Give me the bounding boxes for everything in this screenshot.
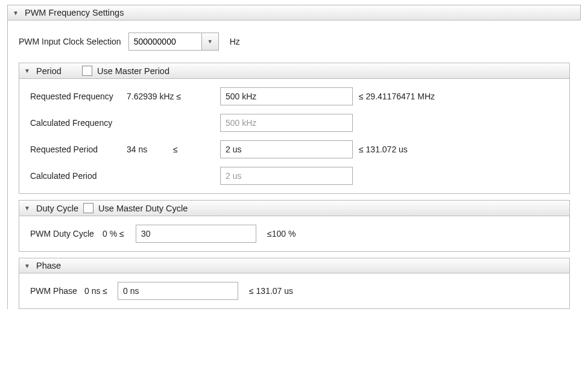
- phase-max: ≤ 131.07 us: [238, 286, 293, 296]
- requested-frequency-label: Requested Frequency: [30, 92, 127, 101]
- use-master-duty-label: Use Master Duty Cycle: [98, 204, 188, 213]
- calculated-period-label: Calculated Period: [30, 171, 127, 181]
- requested-period-input[interactable]: [220, 140, 353, 158]
- caret-down-icon: ▼: [207, 39, 213, 45]
- panel-header-phase[interactable]: ▼ Phase: [19, 258, 569, 273]
- caret-down-icon: ▼: [24, 67, 31, 74]
- requested-frequency-max: ≤ 29.41176471 MHz: [353, 92, 435, 101]
- phase-label: PWM Phase: [30, 286, 84, 296]
- duty-cycle-label: PWM Duty Cycle: [30, 229, 103, 239]
- use-master-duty-checkbox[interactable]: [83, 203, 93, 213]
- use-master-period-label: Use Master Period: [97, 66, 169, 76]
- requested-period-min: 34 ns ≤: [127, 145, 220, 154]
- requested-period-max: ≤ 131.072 us: [353, 145, 408, 154]
- caret-down-icon: ▼: [24, 205, 31, 211]
- input-clock-combo[interactable]: ▼: [128, 33, 219, 51]
- input-clock-dropdown-button[interactable]: ▼: [201, 33, 218, 50]
- duty-cycle-max: ≤100 %: [256, 229, 296, 239]
- panel-header-main[interactable]: ▼ PWM Frequency Settings: [8, 5, 581, 20]
- duty-cycle-min: 0 % ≤: [103, 229, 136, 239]
- pwm-frequency-settings-panel: ▼ PWM Frequency Settings PWM Input Clock…: [7, 5, 581, 309]
- duty-cycle-input[interactable]: [136, 225, 256, 243]
- panel-header-period[interactable]: ▼ Period Use Master Period: [19, 63, 569, 79]
- requested-frequency-min: 7.62939 kHz ≤: [127, 92, 220, 101]
- calculated-frequency-output: [220, 114, 353, 132]
- input-clock-unit: Hz: [230, 37, 240, 46]
- phase-min: 0 ns ≤: [84, 286, 118, 296]
- phase-title: Phase: [36, 261, 61, 270]
- duty-title: Duty Cycle: [36, 204, 78, 213]
- input-clock-row: PWM Input Clock Selection ▼ Hz: [19, 33, 570, 51]
- panel-header-duty[interactable]: ▼ Duty Cycle Use Master Duty Cycle: [19, 201, 569, 216]
- input-clock-label: PWM Input Clock Selection: [19, 37, 121, 46]
- duty-cycle-panel: ▼ Duty Cycle Use Master Duty Cycle PWM D…: [19, 200, 570, 252]
- requested-frequency-input[interactable]: [220, 87, 353, 105]
- period-panel: ▼ Period Use Master Period Requested Fre…: [19, 63, 570, 194]
- period-title: Period: [36, 66, 62, 76]
- caret-down-icon: ▼: [13, 10, 20, 16]
- panel-title: PWM Frequency Settings: [25, 8, 124, 17]
- phase-input[interactable]: [118, 282, 238, 300]
- caret-down-icon: ▼: [24, 263, 31, 269]
- calculated-frequency-label: Calculated Frequency: [30, 118, 127, 128]
- input-clock-value[interactable]: [129, 33, 201, 50]
- calculated-period-output: [220, 167, 353, 185]
- phase-panel: ▼ Phase PWM Phase 0 ns ≤ ≤ 131.07 us: [19, 258, 570, 309]
- requested-period-label: Requested Period: [30, 145, 127, 154]
- use-master-period-checkbox[interactable]: [82, 66, 92, 76]
